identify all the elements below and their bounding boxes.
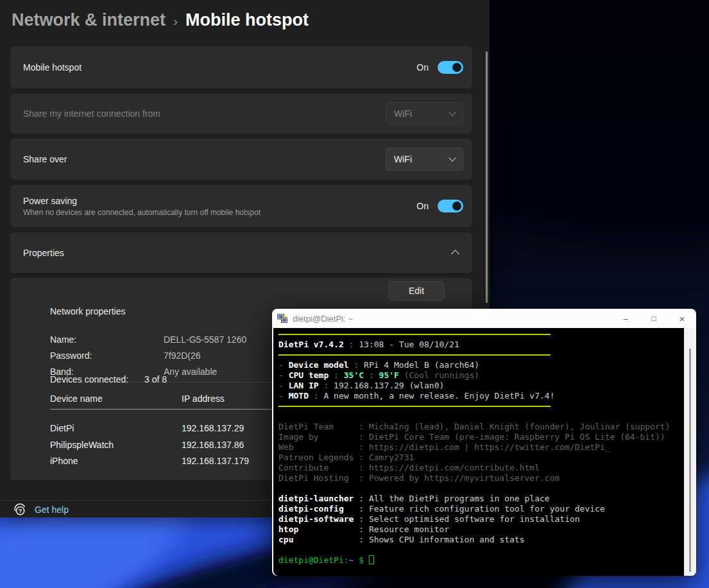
terminal-body[interactable]: DietPi v7.4.2 : 13:08 - Tue 08/10/21- De… [273, 328, 684, 576]
toggle-knob [452, 63, 461, 72]
get-help-label: Get help [35, 505, 69, 515]
terminal-cursor [369, 555, 374, 564]
power-saving-card: Power saving When no devices are connect… [10, 185, 472, 227]
terminal-line [278, 411, 684, 422]
terminal-line: Patreon Legends : Camry2731 [278, 453, 684, 463]
terminal-line: DietPi Hosting : Powered by https://myvi… [278, 473, 684, 483]
share-over-label: Share over [23, 154, 67, 164]
get-help-link[interactable]: ? Get help [13, 503, 69, 517]
share-over-value: WiFi [394, 154, 412, 164]
terminal-titlebar[interactable]: dietpi@DietPi: ~ – □ × [272, 309, 696, 328]
terminal-line: cpu : Shows CPU information and stats [278, 535, 684, 545]
terminal-line: DietPi Team : MichaIng (lead), Daniel Kn… [278, 422, 684, 432]
terminal-line [278, 401, 684, 411]
terminal-line: dietpi-config : Feature rich configurati… [278, 504, 684, 514]
password-field-value: 7f92D(26 [164, 350, 201, 361]
terminal-line: DietPi v7.4.2 : 13:08 - Tue 08/10/21 [278, 340, 684, 350]
breadcrumb: Network & internet › Mobile hotspot [12, 10, 309, 30]
breadcrumb-parent[interactable]: Network & internet [12, 10, 166, 30]
properties-expander[interactable]: Properties [10, 232, 472, 273]
terminal-scrollbar[interactable] [684, 328, 696, 576]
devices-connected-value: 3 of 8 [144, 374, 167, 385]
close-button[interactable]: × [668, 309, 696, 328]
name-field-value: DELL-G5-5587 1260 [164, 334, 246, 345]
device-row-ip: 192.168.137.179 [182, 456, 249, 466]
chevron-down-icon [448, 108, 456, 116]
device-row-name: DietPi [50, 423, 74, 433]
terminal-line [278, 483, 684, 494]
settings-scrollbar[interactable] [486, 51, 488, 303]
terminal-window: dietpi@DietPi: ~ – □ × DietPi v7.4.2 : 1… [272, 309, 696, 576]
share-from-card: Share my internet connection from WiFi [10, 94, 472, 134]
terminal-line [278, 350, 684, 360]
password-field-label: Password: [50, 350, 92, 361]
share-from-dropdown: WiFi [386, 102, 463, 125]
terminal-line: dietpi@DietPi:~ $ [278, 555, 684, 566]
minimize-button[interactable]: – [611, 309, 640, 328]
column-header-ip-address: IP address [182, 393, 225, 404]
terminal-line: dietpi-launcher : All the DietPi program… [278, 494, 684, 504]
get-help-icon: ? [13, 503, 27, 517]
power-saving-toggle-state: On [416, 201, 429, 211]
name-field-label: Name: [50, 334, 76, 345]
mobile-hotspot-toggle-state: On [416, 62, 429, 73]
mobile-hotspot-toggle[interactable] [438, 61, 463, 74]
toggle-knob [452, 202, 461, 211]
window-controls: – □ × [611, 309, 696, 328]
page-title: Mobile hotspot [185, 10, 309, 30]
terminal-scrollbar-thumb[interactable] [689, 349, 691, 572]
mobile-hotspot-card: Mobile hotspot On [10, 46, 472, 89]
chevron-up-icon [451, 250, 459, 258]
chevron-down-icon [448, 154, 456, 161]
devices-connected-label: Devices connected: [50, 374, 128, 385]
terminal-line: - MOTD : A new month, a new release. Enj… [278, 391, 684, 401]
terminal-line: htop : Resource monitor [278, 524, 684, 535]
putty-icon [277, 313, 288, 324]
device-row-ip: 192.168.137.29 [182, 423, 244, 433]
share-over-card: Share over WiFi [10, 139, 472, 180]
terminal-line: - CPU temp : 35'C : 95'F (Cool runnings) [278, 370, 684, 381]
share-over-dropdown[interactable]: WiFi [386, 148, 463, 171]
band-field-value: Any available [164, 367, 217, 377]
share-from-value: WiFi [394, 108, 412, 119]
device-row-ip: 192.168.137.86 [182, 440, 244, 450]
power-saving-toggle[interactable] [438, 200, 463, 212]
edit-button[interactable]: Edit [388, 281, 445, 300]
terminal-line: - LAN IP : 192.168.137.29 (wlan0) [278, 381, 684, 391]
share-from-label: Share my internet connection from [23, 108, 160, 119]
power-saving-label: Power saving [23, 196, 261, 206]
network-properties-title: Network properties [50, 306, 126, 316]
mobile-hotspot-label: Mobile hotspot [23, 62, 81, 73]
properties-label: Properties [23, 248, 64, 258]
breadcrumb-separator-icon: › [173, 12, 178, 29]
terminal-line: Image by : DietPi Core Team (pre-image: … [278, 432, 684, 442]
maximize-button[interactable]: □ [640, 309, 668, 328]
column-header-device-name: Device name [50, 393, 103, 404]
terminal-line: - Device model : RPi 4 Model B (aarch64) [278, 360, 684, 370]
terminal-line: dietpi-software : Select optimised softw… [278, 514, 684, 524]
device-row-name: PhilipspleWatch [50, 440, 114, 450]
terminal-line: Web : https://dietpi.com | https://twitt… [278, 442, 684, 453]
svg-text:?: ? [19, 508, 22, 514]
terminal-title: dietpi@DietPi: ~ [293, 314, 353, 324]
terminal-line [278, 545, 684, 555]
terminal-line: Contribute : https://dietpi.com/contribu… [278, 463, 684, 473]
power-saving-description: When no devices are connected, automatic… [23, 208, 261, 217]
terminal-line [278, 329, 684, 340]
device-row-name: iPhone [50, 456, 78, 466]
